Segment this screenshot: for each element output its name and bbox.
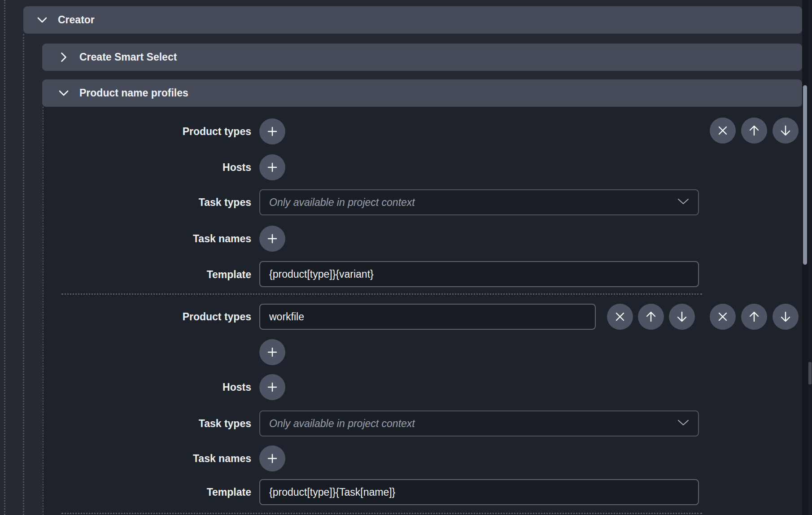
section-title: Create Smart Select <box>79 51 177 63</box>
add-product-type-button[interactable] <box>259 118 285 144</box>
field-label-product-types: Product types <box>45 125 251 138</box>
product-type-item-remove-button[interactable] <box>607 304 633 330</box>
plus-icon <box>266 161 279 174</box>
profile2-move-down-button[interactable] <box>773 304 799 330</box>
product-type-item-move-up-button[interactable] <box>638 304 664 330</box>
field-label-product-types: Product types <box>45 310 251 323</box>
indent-guide-creator <box>23 34 24 515</box>
outer-scrollbar-track[interactable] <box>808 0 812 515</box>
plus-icon <box>266 452 279 465</box>
add-task-name-button[interactable] <box>259 226 285 252</box>
field-label-hosts: Hosts <box>45 161 251 174</box>
dropdown-placeholder: Only available in project context <box>269 418 677 430</box>
profile2-template-input[interactable] <box>259 479 699 505</box>
arrow-down-icon <box>779 310 792 323</box>
field-label-template: Template <box>45 486 251 498</box>
field-label-task-types: Task types <box>45 417 251 430</box>
profile1-template-input[interactable] <box>259 261 699 287</box>
settings-page: { "sections": { "creator": { "title": "C… <box>0 0 812 515</box>
arrow-up-icon <box>748 124 760 137</box>
profile1-move-down-button[interactable] <box>773 118 799 144</box>
x-icon <box>717 125 729 136</box>
chevron-down-icon <box>677 198 689 206</box>
scrollbar-thumb[interactable] <box>803 85 807 265</box>
arrow-down-icon <box>676 310 688 323</box>
profile2-move-up-button[interactable] <box>741 304 767 330</box>
plus-icon <box>266 381 279 393</box>
section-header-product-name-profiles[interactable]: Product name profiles <box>42 79 802 107</box>
field-label-hosts: Hosts <box>45 381 251 393</box>
profile1-remove-button[interactable] <box>710 118 736 144</box>
add-host-button[interactable] <box>259 374 285 400</box>
indent-guide-root <box>4 0 5 515</box>
x-icon <box>717 311 729 323</box>
plus-icon <box>266 232 279 245</box>
profile-separator <box>61 513 702 514</box>
field-label-task-names: Task names <box>45 452 251 465</box>
field-label-template: Template <box>45 268 251 281</box>
add-task-name-button[interactable] <box>259 445 285 471</box>
product-type-item-move-down-button[interactable] <box>669 304 695 330</box>
arrow-up-icon <box>748 310 760 323</box>
task-types-dropdown[interactable]: Only available in project context <box>259 189 699 215</box>
profile1-move-up-button[interactable] <box>741 118 767 144</box>
section-title: Product name profiles <box>79 87 188 99</box>
field-label-task-names: Task names <box>45 232 251 245</box>
field-label-task-types: Task types <box>45 196 251 209</box>
arrow-down-icon <box>779 124 792 137</box>
section-title: Creator <box>58 14 95 26</box>
add-product-type-button[interactable] <box>259 339 285 365</box>
plus-icon <box>266 346 279 358</box>
chevron-down-icon <box>37 17 48 23</box>
chevron-down-icon <box>58 90 69 96</box>
section-header-creator[interactable]: Creator <box>23 6 802 34</box>
section-header-create-smart-select[interactable]: Create Smart Select <box>42 44 802 71</box>
task-types-dropdown[interactable]: Only available in project context <box>259 410 699 436</box>
chevron-down-icon <box>677 419 689 428</box>
dropdown-placeholder: Only available in project context <box>269 196 677 209</box>
profile2-product-type-input[interactable] <box>259 304 596 330</box>
profile2-remove-button[interactable] <box>710 304 736 330</box>
outer-scrollbar-thumb[interactable] <box>808 362 812 384</box>
add-host-button[interactable] <box>259 154 285 180</box>
plus-icon <box>266 125 279 138</box>
profile-separator <box>61 293 702 295</box>
chevron-right-icon <box>61 52 67 63</box>
x-icon <box>614 311 626 323</box>
arrow-up-icon <box>645 310 657 323</box>
